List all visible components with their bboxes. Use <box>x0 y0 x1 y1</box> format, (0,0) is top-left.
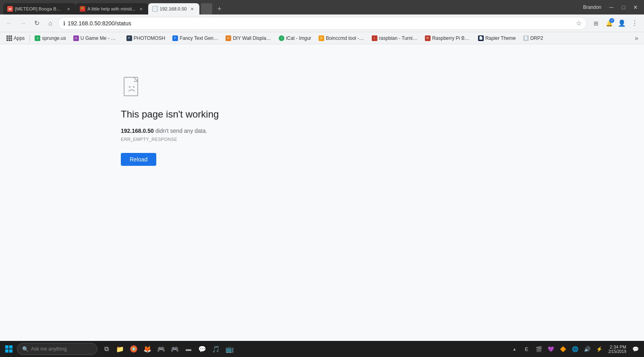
forward-button[interactable]: → <box>17 17 29 29</box>
tray-icon-2[interactable]: 🎬 <box>534 344 544 354</box>
bookmark-rapier-label: Rapier Theme <box>485 35 516 41</box>
app7-taskbar-icon[interactable]: ▬ <box>182 343 195 355</box>
bookmark-fancytext[interactable]: F Fancy Text Generator <box>169 34 222 42</box>
network-icon[interactable]: 🌐 <box>570 344 580 354</box>
svg-rect-5 <box>5 349 8 353</box>
tab-status[interactable]: 📄 192.168.0.50 ✕ <box>148 3 199 14</box>
tabs-area: M [METEOR] Booga Boog... ✕ 🍓 A little he… <box>3 0 577 14</box>
bookmarks-more-button[interactable]: » <box>632 33 641 43</box>
bookmark-diy-label: DIY Wall Display | DA... <box>233 35 271 41</box>
svg-point-10 <box>133 348 135 350</box>
bookmark-diy[interactable]: D DIY Wall Display | DA... <box>222 34 275 42</box>
bookmark-favicon-icat: i <box>279 35 284 41</box>
bookmark-drp2[interactable]: 📄 DRP2 <box>520 34 547 42</box>
close-button[interactable]: ✕ <box>630 2 641 12</box>
taskbar-search[interactable]: 🔍 Ask me anything <box>17 343 97 355</box>
maximize-button[interactable]: □ <box>618 2 629 12</box>
bookmark-fancytext-label: Fancy Text Generator <box>180 35 218 41</box>
error-sad-file-icon <box>121 76 145 101</box>
taskview-icon[interactable]: ⧉ <box>100 343 113 355</box>
bookmark-favicon-photomosh: P <box>126 35 132 41</box>
new-tab-placeholder <box>201 3 212 14</box>
taskbar-clock[interactable]: 2:34 PM 2/15/2019 <box>606 345 629 354</box>
tray-icon-4[interactable]: 🔶 <box>558 344 568 354</box>
volume-icon[interactable]: 🔊 <box>582 344 592 354</box>
power-icon[interactable]: ⚡ <box>594 344 605 354</box>
system-tray: ▲ E 🎬 💜 🔶 🌐 🔊 ⚡ 2:34 PM 2/15/2019 💬 <box>509 344 641 354</box>
account-icon[interactable]: 👤 <box>616 17 628 29</box>
bookmark-favicon-fancytext: F <box>172 35 178 41</box>
profile-button[interactable]: Brandon <box>580 3 605 11</box>
bookmark-boinc-label: Boinccmd tool - BOI... <box>326 35 364 41</box>
tab-favicon-minid: 🍓 <box>80 6 85 12</box>
bookmark-photomosh-label: PHOTOMOSH <box>134 35 165 41</box>
bookmarks-bar: Apps s sprunge.us U U Game Me - UGM F...… <box>0 32 644 44</box>
browser2-taskbar-icon[interactable]: 🦊 <box>141 343 154 355</box>
tab-close-minid[interactable]: ✕ <box>138 6 144 12</box>
bookmark-favicon-drp2: 📄 <box>523 35 529 41</box>
tab-close-status[interactable]: ✕ <box>189 6 195 12</box>
bookmark-apps[interactable]: Apps <box>3 34 28 42</box>
bookmark-drp2-label: DRP2 <box>530 35 543 41</box>
bookmark-ugame[interactable]: U U Game Me - UGM F... <box>70 34 122 42</box>
bookmark-photomosh[interactable]: P PHOTOMOSH <box>123 34 168 42</box>
error-host: 192.168.0.50 <box>121 128 154 134</box>
tab-close-meteor[interactable]: ✕ <box>65 6 72 12</box>
taskbar-search-placeholder: Ask me anything <box>31 346 67 352</box>
address-text: 192.168.0.50:8200/status <box>68 20 574 27</box>
games-taskbar-icon[interactable]: 🎮 <box>155 343 168 355</box>
reload-page-button[interactable]: Reload <box>121 153 156 166</box>
svg-rect-0 <box>124 77 138 96</box>
start-button[interactable] <box>2 342 16 356</box>
bookmark-favicon-raspbian: r <box>372 35 377 41</box>
reload-nav-button[interactable]: ↻ <box>31 17 43 29</box>
tab-favicon-meteor: M <box>7 6 13 12</box>
svg-point-1 <box>129 86 130 88</box>
bookmarks-divider <box>29 35 30 42</box>
bookmark-raspbian[interactable]: r raspbian - Turning o... <box>369 34 421 42</box>
tray-icon-3[interactable]: 💜 <box>546 344 556 354</box>
tab-minid[interactable]: 🍓 A little help with minid... ✕ <box>76 3 148 14</box>
home-button[interactable]: ⌂ <box>44 17 56 29</box>
address-bar[interactable]: ℹ 192.168.0.50:8200/status ☆ <box>58 17 587 30</box>
tab-title-minid: A little help with minid... <box>87 6 136 11</box>
back-button[interactable]: ← <box>3 17 15 29</box>
minimize-button[interactable]: ─ <box>606 2 617 12</box>
app8-taskbar-icon[interactable]: 💬 <box>196 343 209 355</box>
bookmark-icat[interactable]: i iCat - Imgur <box>275 34 315 42</box>
page-content: This page isn't working 192.168.0.50 did… <box>0 44 644 341</box>
bookmark-sprunge[interactable]: s sprunge.us <box>31 34 69 42</box>
menu-icon[interactable]: ⋮ <box>629 17 641 29</box>
tray-icon-1[interactable]: E <box>522 344 532 354</box>
bookmark-favicon-rpiboinc: R <box>425 35 431 41</box>
file-explorer-icon[interactable]: 📁 <box>114 343 126 355</box>
bookmark-rapier[interactable]: 📄 Rapier Theme <box>475 34 519 42</box>
bookmark-star-icon[interactable]: ☆ <box>576 19 582 27</box>
app9-taskbar-icon[interactable]: 🎵 <box>209 343 222 355</box>
bookmark-favicon-diy: D <box>226 35 231 41</box>
new-tab-button[interactable]: + <box>214 3 225 14</box>
tray-expand-icon[interactable]: ▲ <box>509 344 520 354</box>
bookmark-rpiboinc[interactable]: R Raspberry Pi BOINC <box>422 34 474 42</box>
app10-taskbar-icon[interactable]: 📺 <box>223 343 236 355</box>
title-bar: M [METEOR] Booga Boog... ✕ 🍓 A little he… <box>0 0 644 14</box>
notification-icon[interactable]: 🔔 0 <box>603 17 615 29</box>
extensions-icon[interactable]: ⊞ <box>590 17 602 29</box>
error-title: This page isn't working <box>121 109 219 120</box>
tab-meteor[interactable]: M [METEOR] Booga Boog... ✕ <box>3 3 76 14</box>
notification-center-icon[interactable]: 💬 <box>630 344 641 354</box>
taskbar-time: 2:34 PM <box>609 345 627 349</box>
bookmark-favicon-sprunge: s <box>35 35 40 41</box>
taskbar-date: 2/15/2019 <box>609 349 627 354</box>
bookmark-boinc[interactable]: B Boinccmd tool - BOI... <box>315 34 368 42</box>
svg-point-2 <box>133 86 135 88</box>
chrome-taskbar-icon[interactable] <box>127 343 140 355</box>
bookmark-favicon-rapier: 📄 <box>478 35 484 41</box>
error-container: This page isn't working 192.168.0.50 did… <box>121 76 219 166</box>
svg-rect-6 <box>9 349 12 353</box>
windows-logo-icon <box>5 345 13 353</box>
bookmark-favicon-boinc: B <box>319 35 324 41</box>
steam-taskbar-icon[interactable]: 🎮 <box>168 343 181 355</box>
svg-rect-3 <box>5 345 8 349</box>
bookmark-rpiboinc-label: Raspberry Pi BOINC <box>432 35 471 41</box>
